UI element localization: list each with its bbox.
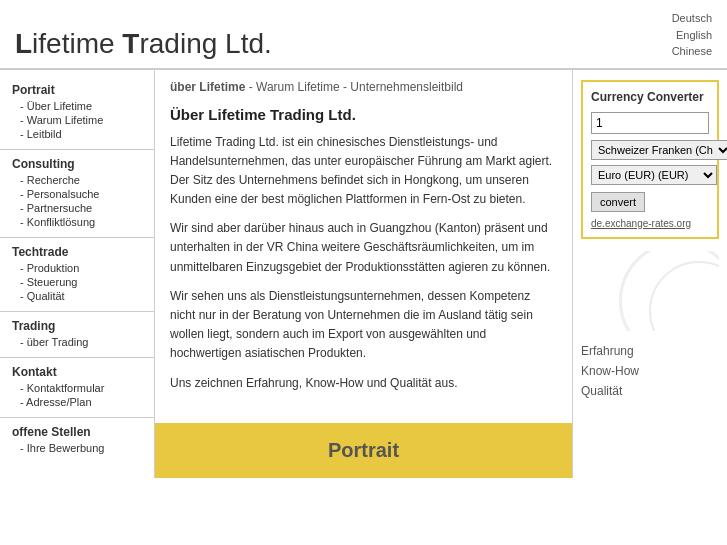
decorative-arc	[581, 251, 719, 331]
header: Lifetime Trading Ltd. Deutsch English Ch…	[0, 0, 727, 70]
content-para-3: Wir sehen uns als Dienstleistungsunterne…	[170, 287, 557, 364]
center-right: über Lifetime - Warum Lifetime - Unterne…	[155, 70, 727, 478]
sidebar-title-consulting: Consulting	[0, 154, 154, 173]
sidebar-item-ueber-lifetime[interactable]: - Über Lifetime	[0, 99, 154, 113]
lang-english[interactable]: English	[672, 27, 712, 44]
sidebar-item-produktion[interactable]: - Produktion	[0, 261, 154, 275]
bottom-right-keywords: Erfahrung Know-How Qualität	[581, 341, 719, 402]
from-currency-select[interactable]: Schweizer Franken (Ch US Dollar (USD) Eu…	[591, 140, 727, 160]
sidebar-title-offene-stellen: offene Stellen	[0, 422, 154, 441]
sidebar: Portrait - Über Lifetime - Warum Lifetim…	[0, 70, 155, 478]
currency-converter-title: Currency Converter	[591, 90, 709, 104]
sidebar-title-portrait: Portrait	[0, 80, 154, 99]
convert-button[interactable]: convert	[591, 192, 645, 212]
sidebar-item-konfliktloesung[interactable]: - Konfliktlösung	[0, 215, 154, 229]
right-panel: Currency Converter Schweizer Franken (Ch…	[572, 70, 727, 478]
sidebar-item-partnersuche[interactable]: - Partnersuche	[0, 201, 154, 215]
sidebar-item-kontaktformular[interactable]: - Kontaktformular	[0, 381, 154, 395]
content-para-4: Uns zeichnen Erfahrung, Know-How und Qua…	[170, 374, 557, 393]
breadcrumb-active: über Lifetime	[170, 80, 245, 94]
content-para-1: Lifetime Trading Ltd. ist ein chinesisch…	[170, 133, 557, 210]
to-currency-row: Euro (EUR) (EUR) US Dollar (USD) Swiss F…	[591, 165, 709, 185]
sidebar-section-trading: Trading - über Trading	[0, 316, 154, 349]
sidebar-section-kontakt: Kontakt - Kontaktformular - Adresse/Plan	[0, 362, 154, 409]
language-links: Deutsch English Chinese	[672, 10, 712, 60]
logo: Lifetime Trading Ltd.	[15, 28, 272, 60]
sidebar-item-steuerung[interactable]: - Steuerung	[0, 275, 154, 289]
sidebar-title-kontakt: Kontakt	[0, 362, 154, 381]
sidebar-item-recherche[interactable]: - Recherche	[0, 173, 154, 187]
sidebar-item-adresse[interactable]: - Adresse/Plan	[0, 395, 154, 409]
main-layout: Portrait - Über Lifetime - Warum Lifetim…	[0, 70, 727, 478]
sidebar-item-personalsuche[interactable]: - Personalsuche	[0, 187, 154, 201]
keyword-erfahrung: Erfahrung	[581, 341, 719, 361]
sidebar-section-techtrade: Techtrade - Produktion - Steuerung - Qua…	[0, 242, 154, 303]
logo-bold-t: T	[122, 28, 139, 59]
content-area: über Lifetime - Warum Lifetime - Unterne…	[155, 70, 572, 413]
sidebar-item-qualitaet[interactable]: - Qualität	[0, 289, 154, 303]
lang-deutsch[interactable]: Deutsch	[672, 10, 712, 27]
content-para-2: Wir sind aber darüber hinaus auch in Gua…	[170, 219, 557, 277]
keyword-knowhow: Know-How	[581, 361, 719, 381]
lang-chinese[interactable]: Chinese	[672, 43, 712, 60]
keyword-qualitaet: Qualität	[581, 381, 719, 401]
from-currency-row: Schweizer Franken (Ch US Dollar (USD) Eu…	[591, 140, 709, 160]
sidebar-title-trading: Trading	[0, 316, 154, 335]
bottom-banner-text: Portrait	[328, 439, 399, 461]
exchange-rates-link[interactable]: de.exchange-rates.org	[591, 218, 709, 229]
sidebar-section-portrait: Portrait - Über Lifetime - Warum Lifetim…	[0, 80, 154, 141]
page-title: Über Lifetime Trading Ltd.	[170, 106, 557, 123]
breadcrumb: über Lifetime - Warum Lifetime - Unterne…	[170, 80, 557, 94]
to-currency-select[interactable]: Euro (EUR) (EUR) US Dollar (USD) Swiss F…	[591, 165, 717, 185]
currency-amount-input[interactable]	[591, 112, 709, 134]
content-wrap: über Lifetime - Warum Lifetime - Unterne…	[155, 70, 572, 478]
breadcrumb-link-warum[interactable]: Warum Lifetime	[256, 80, 340, 94]
currency-converter: Currency Converter Schweizer Franken (Ch…	[581, 80, 719, 239]
sidebar-section-offene-stellen: offene Stellen - Ihre Bewerbung	[0, 422, 154, 455]
sidebar-item-ueber-trading[interactable]: - über Trading	[0, 335, 154, 349]
logo-bold-l: L	[15, 28, 32, 59]
sidebar-item-bewerbung[interactable]: - Ihre Bewerbung	[0, 441, 154, 455]
bottom-banner: Portrait	[155, 423, 572, 478]
sidebar-section-consulting: Consulting - Recherche - Personalsuche -…	[0, 154, 154, 229]
sidebar-item-leitbild[interactable]: - Leitbild	[0, 127, 154, 141]
breadcrumb-link-leitbild[interactable]: Unternehmensleitbild	[350, 80, 463, 94]
breadcrumb-sep1: -	[249, 80, 256, 94]
sidebar-title-techtrade: Techtrade	[0, 242, 154, 261]
sidebar-item-warum-lifetime[interactable]: - Warum Lifetime	[0, 113, 154, 127]
